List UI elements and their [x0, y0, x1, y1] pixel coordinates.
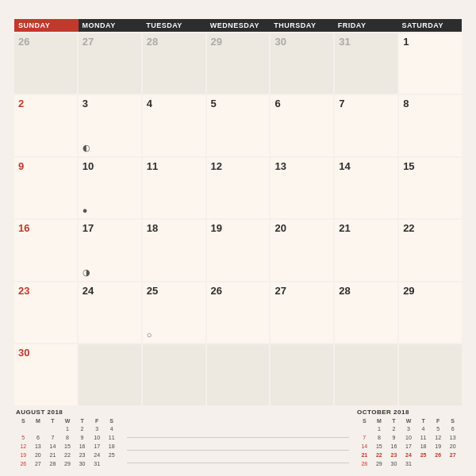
day-cell: 5	[207, 95, 270, 155]
mini-cal-day: 27	[31, 459, 46, 468]
mini-cal-day: 28	[45, 459, 60, 468]
mini-cal-day: 21	[357, 451, 372, 459]
day-cell: 17◑	[79, 220, 141, 280]
mini-cal-day: 16	[75, 442, 90, 451]
mini-cal-header: F	[90, 417, 105, 424]
day-cell	[79, 344, 141, 405]
day-number: 28	[339, 285, 393, 298]
day-cell: 30	[14, 344, 77, 405]
mini-cal-day: 2	[386, 424, 401, 433]
mini-cal-day: 18	[416, 442, 431, 451]
day-number: 24	[83, 285, 137, 298]
mini-cal-day: 30	[75, 459, 90, 468]
day-cell: 9	[14, 158, 77, 218]
mini-cal-day	[416, 459, 431, 468]
day-number: 13	[274, 160, 329, 173]
mini-cal-day: 11	[416, 433, 431, 442]
day-number: 25	[147, 285, 202, 298]
line-1	[127, 430, 349, 438]
day-cell: 23	[14, 282, 77, 343]
day-cell: 13	[271, 158, 333, 218]
mini-cal-day	[357, 424, 372, 433]
day-number: 22	[403, 222, 458, 235]
day-number: 28	[147, 36, 202, 48]
mini-cal-day: 23	[75, 451, 90, 459]
day-number: 27	[274, 285, 329, 298]
lines-section	[119, 409, 357, 468]
mini-cal-day: 23	[386, 451, 401, 459]
day-number: 6	[274, 98, 329, 110]
mini-cal-day: 10	[90, 433, 105, 442]
day-number: 8	[403, 98, 458, 110]
day-header-thursday: THURSDAY	[270, 19, 334, 32]
day-number: 17	[83, 222, 137, 235]
day-number: 15	[403, 160, 458, 173]
mini-cal-header: F	[431, 417, 446, 424]
mini-cal-header: S	[16, 417, 31, 424]
mini-cal-header: M	[372, 417, 387, 424]
moon-phase-icon: ◐	[83, 143, 90, 153]
day-cell: 10●	[79, 158, 141, 218]
calendar-grid: 262728293031123◐45678910●11121314151617◑…	[14, 33, 462, 405]
day-number: 1	[403, 36, 458, 48]
mini-cal-header: S	[104, 417, 119, 424]
day-cell: 8	[399, 95, 462, 155]
mini-cal-day: 8	[60, 433, 75, 442]
mini-cal-header: W	[60, 417, 75, 424]
day-cell: 26	[14, 33, 77, 94]
mini-cal-day	[16, 424, 31, 433]
day-cell: 3◐	[79, 95, 141, 155]
day-cell: 2	[14, 95, 77, 155]
day-cell: 12	[207, 158, 270, 218]
mini-cal-day: 29	[60, 459, 75, 468]
day-number: 30	[274, 36, 329, 48]
day-header-monday: MONDAY	[79, 19, 143, 32]
day-cell	[335, 344, 397, 405]
mini-cal-day	[445, 459, 460, 468]
mini-cal-day: 26	[431, 451, 446, 459]
mini-cal-day: 24	[90, 451, 105, 459]
day-header-tuesday: TUESDAY	[142, 19, 206, 32]
mini-cal-october-grid: SMTWTFS123456789101112131415161718192021…	[357, 417, 460, 468]
mini-cal-header: M	[31, 417, 46, 424]
day-cell	[207, 344, 270, 405]
mini-cal-header: T	[45, 417, 60, 424]
mini-cal-day	[31, 424, 46, 433]
mini-cal-day: 20	[445, 442, 460, 451]
mini-cal-day: 20	[31, 451, 46, 459]
mini-cal-header: T	[75, 417, 90, 424]
mini-cal-day: 9	[386, 433, 401, 442]
mini-cal-day: 17	[401, 442, 416, 451]
mini-cal-day: 15	[372, 442, 387, 451]
mini-cal-day: 29	[372, 459, 387, 468]
day-cell: 29	[399, 282, 462, 343]
moon-phase-icon: ○	[147, 330, 152, 340]
day-cell	[399, 344, 462, 405]
mini-cal-day: 9	[75, 433, 90, 442]
day-number: 26	[211, 285, 266, 298]
mini-cal-day: 14	[45, 442, 60, 451]
bottom-section: AUGUST 2018 SMTWTFS123456789101112131415…	[14, 409, 462, 468]
mini-cal-day: 19	[431, 442, 446, 451]
mini-cal-august-title: AUGUST 2018	[16, 409, 119, 416]
mini-cal-day: 10	[401, 433, 416, 442]
mini-cal-day: 16	[386, 442, 401, 451]
moon-phase-icon: ●	[83, 205, 88, 215]
day-number: 19	[211, 222, 266, 235]
mini-cal-header: W	[401, 417, 416, 424]
mini-cal-day: 3	[90, 424, 105, 433]
mini-cal-day: 13	[445, 433, 460, 442]
mini-cal-day: 28	[357, 459, 372, 468]
mini-cal-day: 11	[104, 433, 119, 442]
mini-cal-day: 30	[386, 459, 401, 468]
mini-cal-day: 22	[60, 451, 75, 459]
day-cell: 19	[207, 220, 270, 280]
day-cell	[143, 344, 205, 405]
day-cell: 11	[143, 158, 205, 218]
day-number: 10	[83, 160, 137, 173]
mini-cal-day: 24	[401, 451, 416, 459]
day-cell: 6	[271, 95, 333, 155]
mini-cal-day: 25	[104, 451, 119, 459]
day-cell: 18	[143, 220, 205, 280]
mini-cal-day: 3	[401, 424, 416, 433]
